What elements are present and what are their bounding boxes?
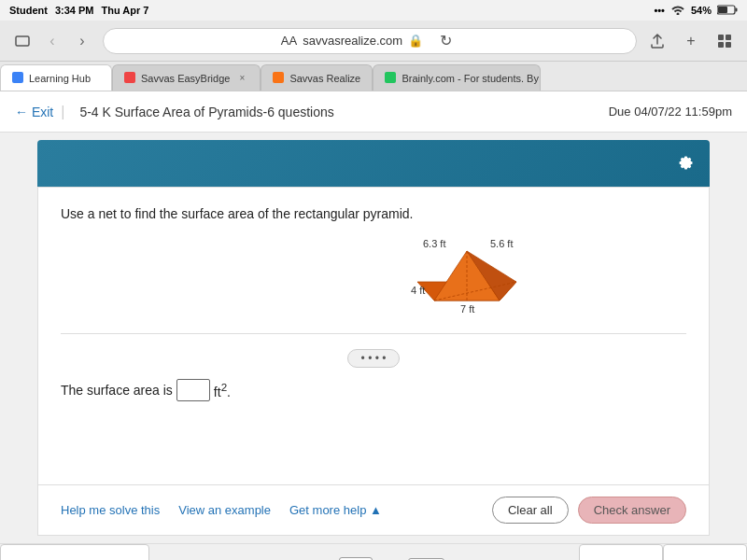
page-header: ← Exit | 5-4 K Surface Area of Pyramids-…	[0, 91, 747, 133]
tab-fav-4	[385, 72, 396, 85]
view-example-button[interactable]: View an example	[178, 503, 271, 517]
url-text: savvasrealize.com	[303, 34, 402, 48]
back-button[interactable]: ◀ Back	[579, 544, 663, 560]
share-button[interactable]	[644, 28, 670, 54]
clear-all-button[interactable]: Clear all	[492, 497, 569, 524]
forward-nav-button[interactable]: ›	[69, 28, 95, 54]
svg-rect-7	[726, 42, 731, 48]
tab-fav-3	[273, 72, 284, 85]
tab-fav-1	[12, 72, 23, 85]
tab-learning-hub[interactable]: Learning Hub	[0, 64, 112, 91]
svg-rect-6	[718, 42, 724, 48]
bottom-actions: Help me solve this View an example Get m…	[37, 485, 710, 536]
tabs-bar: Learning Hub Savvas EasyBridge × Savvas …	[0, 62, 747, 91]
status-bar: Student 3:34 PM Thu Apr 7 ••• 54%	[0, 0, 747, 21]
answer-unit: ft2.	[214, 381, 231, 399]
svg-text:4 ft: 4 ft	[411, 285, 425, 296]
pyramid-figure: 6.3 ft 5.6 ft 4 ft 7 ft	[247, 240, 686, 315]
reload-button[interactable]: ↻	[432, 28, 458, 54]
get-more-help-button[interactable]: Get more help ▲	[289, 503, 382, 517]
page-title: 5-4 K Surface Area of Pyramids-6 questio…	[79, 105, 333, 119]
wifi-icon	[670, 4, 685, 17]
battery-icon	[717, 5, 738, 17]
window-icon[interactable]	[9, 28, 35, 54]
superscript: 2	[221, 381, 227, 393]
back-nav-button[interactable]: ‹	[39, 28, 65, 54]
question-number-input[interactable]	[339, 557, 373, 561]
next-button[interactable]: Next ▶	[663, 544, 747, 560]
tab-fav-2	[124, 72, 135, 85]
teal-header	[37, 140, 710, 187]
due-date: Due 04/07/22 11:59pm	[609, 105, 732, 119]
pyramid-svg: 6.3 ft 5.6 ft 4 ft 7 ft	[406, 240, 528, 315]
svg-rect-2	[736, 7, 738, 11]
gear-button[interactable]	[676, 152, 695, 175]
help-links: Help me solve this View an example Get m…	[61, 503, 382, 517]
signal-icon: •••	[654, 5, 665, 16]
tab-label-2: Savvas EasyBridge	[141, 73, 230, 84]
date-label: Thu Apr 7	[102, 5, 149, 16]
check-answer-button[interactable]: Check answer	[578, 497, 686, 524]
footer-nav: Review progress Question of 6 Go ◀ Back …	[0, 543, 747, 560]
help-me-solve-button[interactable]: Help me solve this	[61, 503, 160, 517]
tab-label-1: Learning Hub	[29, 73, 91, 84]
answer-prefix: The surface area is	[61, 383, 173, 398]
question-nav: Question of 6 Go	[149, 557, 579, 561]
tab-close-2[interactable]: ×	[235, 72, 248, 85]
question-area: Use a net to find the surface area of th…	[37, 187, 710, 485]
tab-brainly[interactable]: Brainly.com - For students. By stu...	[373, 64, 541, 91]
browser-chrome: ‹ › AA savvasrealize.com 🔒 ↻ +	[0, 21, 747, 62]
time-label: 3:34 PM	[55, 5, 94, 16]
expand-net-button[interactable]: • • • •	[347, 349, 401, 368]
question-text: Use a net to find the surface area of th…	[61, 206, 686, 221]
tab-label-3: Savvas Realize	[289, 73, 360, 84]
lock-icon: 🔒	[408, 34, 423, 48]
svg-text:5.6 ft: 5.6 ft	[490, 240, 513, 249]
aa-label: AA	[281, 34, 297, 48]
tab-savvas-realize[interactable]: Savvas Realize	[261, 64, 373, 91]
answer-input[interactable]	[176, 379, 210, 401]
review-progress-button[interactable]: Review progress	[0, 544, 149, 560]
student-label: Student	[9, 5, 48, 16]
tab-easybridge[interactable]: Savvas EasyBridge ×	[112, 64, 261, 91]
battery-label: 54%	[691, 5, 712, 16]
exit-button[interactable]: ← Exit	[15, 105, 53, 119]
action-buttons: Clear all Check answer	[492, 497, 686, 524]
divider	[61, 333, 686, 334]
svg-text:6.3 ft: 6.3 ft	[423, 240, 445, 249]
svg-rect-3	[16, 36, 29, 46]
svg-text:7 ft: 7 ft	[460, 303, 474, 315]
address-bar[interactable]: AA savvasrealize.com 🔒 ↻	[103, 28, 637, 54]
tab-label-4: Brainly.com - For students. By stu...	[402, 73, 541, 84]
new-tab-button[interactable]: +	[678, 28, 704, 54]
svg-rect-4	[718, 35, 724, 40]
grid-button[interactable]	[712, 28, 738, 54]
svg-rect-5	[726, 35, 731, 40]
svg-rect-1	[718, 7, 727, 13]
answer-line: The surface area is ft2.	[61, 379, 686, 401]
